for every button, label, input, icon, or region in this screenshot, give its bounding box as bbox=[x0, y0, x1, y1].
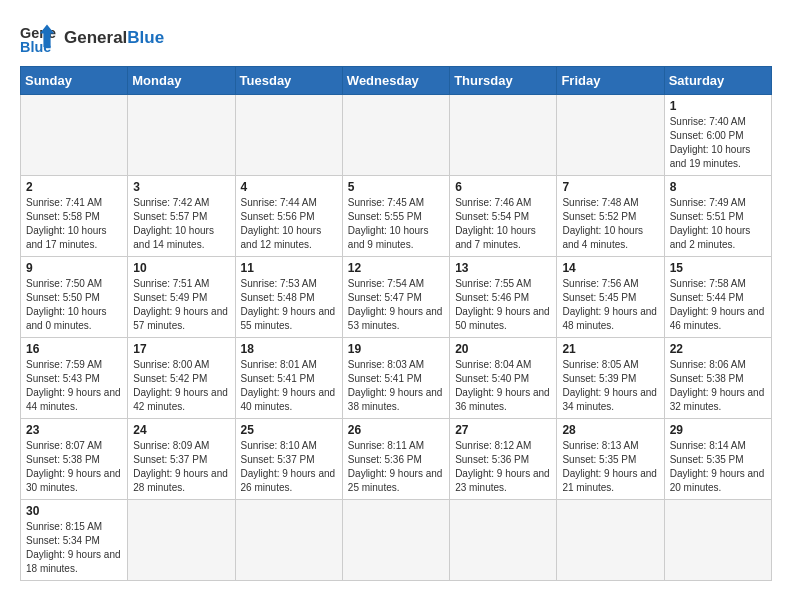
day-info: Sunrise: 8:05 AM Sunset: 5:39 PM Dayligh… bbox=[562, 358, 658, 414]
day-cell bbox=[128, 95, 235, 176]
day-number: 6 bbox=[455, 180, 551, 194]
week-row-3: 9Sunrise: 7:50 AM Sunset: 5:50 PM Daylig… bbox=[21, 257, 772, 338]
logo-text: GeneralBlue bbox=[64, 28, 164, 48]
day-number: 24 bbox=[133, 423, 229, 437]
day-info: Sunrise: 7:40 AM Sunset: 6:00 PM Dayligh… bbox=[670, 115, 766, 171]
day-info: Sunrise: 8:03 AM Sunset: 5:41 PM Dayligh… bbox=[348, 358, 444, 414]
day-number: 23 bbox=[26, 423, 122, 437]
day-info: Sunrise: 7:56 AM Sunset: 5:45 PM Dayligh… bbox=[562, 277, 658, 333]
day-cell bbox=[664, 500, 771, 581]
day-number: 25 bbox=[241, 423, 337, 437]
day-number: 20 bbox=[455, 342, 551, 356]
day-cell: 22Sunrise: 8:06 AM Sunset: 5:38 PM Dayli… bbox=[664, 338, 771, 419]
day-number: 14 bbox=[562, 261, 658, 275]
page-header: General Blue GeneralBlue bbox=[20, 20, 772, 56]
day-cell: 18Sunrise: 8:01 AM Sunset: 5:41 PM Dayli… bbox=[235, 338, 342, 419]
day-number: 5 bbox=[348, 180, 444, 194]
day-cell: 26Sunrise: 8:11 AM Sunset: 5:36 PM Dayli… bbox=[342, 419, 449, 500]
day-cell: 15Sunrise: 7:58 AM Sunset: 5:44 PM Dayli… bbox=[664, 257, 771, 338]
day-number: 3 bbox=[133, 180, 229, 194]
day-cell: 10Sunrise: 7:51 AM Sunset: 5:49 PM Dayli… bbox=[128, 257, 235, 338]
day-number: 17 bbox=[133, 342, 229, 356]
day-info: Sunrise: 7:51 AM Sunset: 5:49 PM Dayligh… bbox=[133, 277, 229, 333]
day-cell: 16Sunrise: 7:59 AM Sunset: 5:43 PM Dayli… bbox=[21, 338, 128, 419]
day-number: 9 bbox=[26, 261, 122, 275]
day-number: 27 bbox=[455, 423, 551, 437]
weekday-header-thursday: Thursday bbox=[450, 67, 557, 95]
day-number: 26 bbox=[348, 423, 444, 437]
day-cell: 6Sunrise: 7:46 AM Sunset: 5:54 PM Daylig… bbox=[450, 176, 557, 257]
day-number: 19 bbox=[348, 342, 444, 356]
day-number: 12 bbox=[348, 261, 444, 275]
day-number: 28 bbox=[562, 423, 658, 437]
day-cell: 28Sunrise: 8:13 AM Sunset: 5:35 PM Dayli… bbox=[557, 419, 664, 500]
day-info: Sunrise: 7:42 AM Sunset: 5:57 PM Dayligh… bbox=[133, 196, 229, 252]
weekday-header-friday: Friday bbox=[557, 67, 664, 95]
weekday-header-wednesday: Wednesday bbox=[342, 67, 449, 95]
logo: General Blue GeneralBlue bbox=[20, 20, 164, 56]
day-info: Sunrise: 8:00 AM Sunset: 5:42 PM Dayligh… bbox=[133, 358, 229, 414]
day-cell bbox=[557, 500, 664, 581]
day-info: Sunrise: 8:12 AM Sunset: 5:36 PM Dayligh… bbox=[455, 439, 551, 495]
week-row-5: 23Sunrise: 8:07 AM Sunset: 5:38 PM Dayli… bbox=[21, 419, 772, 500]
day-cell bbox=[235, 500, 342, 581]
week-row-1: 1Sunrise: 7:40 AM Sunset: 6:00 PM Daylig… bbox=[21, 95, 772, 176]
day-cell: 11Sunrise: 7:53 AM Sunset: 5:48 PM Dayli… bbox=[235, 257, 342, 338]
day-info: Sunrise: 8:06 AM Sunset: 5:38 PM Dayligh… bbox=[670, 358, 766, 414]
day-cell: 12Sunrise: 7:54 AM Sunset: 5:47 PM Dayli… bbox=[342, 257, 449, 338]
day-cell: 9Sunrise: 7:50 AM Sunset: 5:50 PM Daylig… bbox=[21, 257, 128, 338]
day-info: Sunrise: 7:48 AM Sunset: 5:52 PM Dayligh… bbox=[562, 196, 658, 252]
day-info: Sunrise: 8:09 AM Sunset: 5:37 PM Dayligh… bbox=[133, 439, 229, 495]
day-info: Sunrise: 7:58 AM Sunset: 5:44 PM Dayligh… bbox=[670, 277, 766, 333]
day-number: 13 bbox=[455, 261, 551, 275]
day-cell: 17Sunrise: 8:00 AM Sunset: 5:42 PM Dayli… bbox=[128, 338, 235, 419]
day-number: 1 bbox=[670, 99, 766, 113]
day-info: Sunrise: 7:44 AM Sunset: 5:56 PM Dayligh… bbox=[241, 196, 337, 252]
day-cell bbox=[557, 95, 664, 176]
day-number: 8 bbox=[670, 180, 766, 194]
day-cell bbox=[450, 500, 557, 581]
day-cell: 8Sunrise: 7:49 AM Sunset: 5:51 PM Daylig… bbox=[664, 176, 771, 257]
day-info: Sunrise: 8:10 AM Sunset: 5:37 PM Dayligh… bbox=[241, 439, 337, 495]
day-cell: 24Sunrise: 8:09 AM Sunset: 5:37 PM Dayli… bbox=[128, 419, 235, 500]
day-info: Sunrise: 8:01 AM Sunset: 5:41 PM Dayligh… bbox=[241, 358, 337, 414]
day-info: Sunrise: 7:49 AM Sunset: 5:51 PM Dayligh… bbox=[670, 196, 766, 252]
weekday-header-sunday: Sunday bbox=[21, 67, 128, 95]
day-cell: 7Sunrise: 7:48 AM Sunset: 5:52 PM Daylig… bbox=[557, 176, 664, 257]
day-number: 2 bbox=[26, 180, 122, 194]
day-info: Sunrise: 8:11 AM Sunset: 5:36 PM Dayligh… bbox=[348, 439, 444, 495]
week-row-2: 2Sunrise: 7:41 AM Sunset: 5:58 PM Daylig… bbox=[21, 176, 772, 257]
day-number: 10 bbox=[133, 261, 229, 275]
day-cell: 23Sunrise: 8:07 AM Sunset: 5:38 PM Dayli… bbox=[21, 419, 128, 500]
day-cell: 1Sunrise: 7:40 AM Sunset: 6:00 PM Daylig… bbox=[664, 95, 771, 176]
day-cell: 2Sunrise: 7:41 AM Sunset: 5:58 PM Daylig… bbox=[21, 176, 128, 257]
day-cell: 21Sunrise: 8:05 AM Sunset: 5:39 PM Dayli… bbox=[557, 338, 664, 419]
day-info: Sunrise: 7:54 AM Sunset: 5:47 PM Dayligh… bbox=[348, 277, 444, 333]
day-cell: 13Sunrise: 7:55 AM Sunset: 5:46 PM Dayli… bbox=[450, 257, 557, 338]
day-info: Sunrise: 7:50 AM Sunset: 5:50 PM Dayligh… bbox=[26, 277, 122, 333]
week-row-4: 16Sunrise: 7:59 AM Sunset: 5:43 PM Dayli… bbox=[21, 338, 772, 419]
day-info: Sunrise: 8:13 AM Sunset: 5:35 PM Dayligh… bbox=[562, 439, 658, 495]
day-cell: 25Sunrise: 8:10 AM Sunset: 5:37 PM Dayli… bbox=[235, 419, 342, 500]
day-cell bbox=[128, 500, 235, 581]
day-info: Sunrise: 8:15 AM Sunset: 5:34 PM Dayligh… bbox=[26, 520, 122, 576]
day-info: Sunrise: 8:07 AM Sunset: 5:38 PM Dayligh… bbox=[26, 439, 122, 495]
day-info: Sunrise: 7:45 AM Sunset: 5:55 PM Dayligh… bbox=[348, 196, 444, 252]
day-number: 18 bbox=[241, 342, 337, 356]
day-number: 15 bbox=[670, 261, 766, 275]
day-cell: 5Sunrise: 7:45 AM Sunset: 5:55 PM Daylig… bbox=[342, 176, 449, 257]
day-info: Sunrise: 7:41 AM Sunset: 5:58 PM Dayligh… bbox=[26, 196, 122, 252]
day-cell: 20Sunrise: 8:04 AM Sunset: 5:40 PM Dayli… bbox=[450, 338, 557, 419]
day-info: Sunrise: 8:04 AM Sunset: 5:40 PM Dayligh… bbox=[455, 358, 551, 414]
day-number: 4 bbox=[241, 180, 337, 194]
day-cell bbox=[342, 500, 449, 581]
day-cell: 4Sunrise: 7:44 AM Sunset: 5:56 PM Daylig… bbox=[235, 176, 342, 257]
weekday-header-saturday: Saturday bbox=[664, 67, 771, 95]
day-number: 21 bbox=[562, 342, 658, 356]
weekday-header-tuesday: Tuesday bbox=[235, 67, 342, 95]
day-number: 22 bbox=[670, 342, 766, 356]
day-cell: 30Sunrise: 8:15 AM Sunset: 5:34 PM Dayli… bbox=[21, 500, 128, 581]
day-cell bbox=[342, 95, 449, 176]
day-cell bbox=[21, 95, 128, 176]
day-cell: 19Sunrise: 8:03 AM Sunset: 5:41 PM Dayli… bbox=[342, 338, 449, 419]
